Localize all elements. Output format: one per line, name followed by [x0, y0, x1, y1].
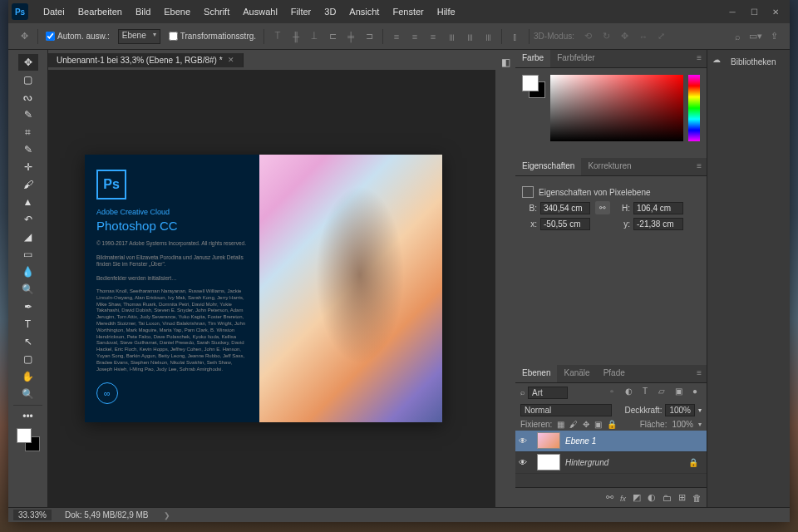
pen-tool[interactable]: ✒: [18, 298, 38, 315]
distribute-bottom-icon[interactable]: ≡: [425, 28, 441, 45]
lock-all-icon[interactable]: 🔒: [607, 420, 617, 429]
filter-toggle-icon[interactable]: ●: [688, 387, 702, 398]
blend-mode-dropdown[interactable]: Normal: [520, 404, 612, 416]
dodge-tool[interactable]: 🔍: [18, 281, 38, 298]
edit-toolbar[interactable]: •••: [18, 408, 38, 425]
width-input[interactable]: [540, 202, 590, 214]
distribute-top-icon[interactable]: ≡: [388, 28, 405, 45]
y-input[interactable]: [633, 218, 683, 230]
height-input[interactable]: [633, 202, 683, 214]
link-wh-icon[interactable]: ⚯: [595, 201, 610, 214]
hand-tool[interactable]: ✋: [18, 368, 38, 385]
canvas[interactable]: Ps Adobe Creative Cloud Photoshop CC © 1…: [48, 70, 495, 507]
filter-smart-icon[interactable]: ▣: [672, 387, 685, 398]
hue-slider[interactable]: [688, 75, 700, 141]
eyedropper-tool[interactable]: ✎: [18, 141, 38, 158]
menu-auswahl[interactable]: Auswahl: [236, 7, 284, 17]
lock-transparent-icon[interactable]: ▦: [557, 420, 564, 429]
link-layers-icon[interactable]: ⚯: [606, 492, 613, 503]
layers-panel-menu-icon[interactable]: ≡: [692, 365, 707, 382]
path-select-tool[interactable]: ↖: [18, 333, 38, 350]
transform-controls-checkbox[interactable]: Transformationsstrg.: [169, 32, 256, 41]
filter-type-icon[interactable]: T: [638, 387, 652, 398]
color-picker[interactable]: [550, 75, 683, 141]
zoom-tool[interactable]: 🔍: [18, 386, 38, 402]
workspace-icon[interactable]: ▭▾: [747, 28, 764, 45]
move-tool[interactable]: ✥: [18, 54, 38, 71]
group-icon[interactable]: 🗀: [663, 493, 672, 503]
color-swatch[interactable]: [17, 428, 40, 451]
new-layer-icon[interactable]: ⊞: [678, 492, 686, 503]
shape-tool[interactable]: ▢: [18, 351, 38, 367]
auto-select-checkbox[interactable]: Autom. ausw.:: [46, 32, 110, 41]
tab-ebenen[interactable]: Ebenen: [515, 365, 557, 382]
share-icon[interactable]: ⇪: [766, 28, 782, 45]
distribute-vcenter-icon[interactable]: ≡: [406, 28, 423, 45]
crop-tool[interactable]: ⌗: [18, 124, 38, 140]
lock-image-icon[interactable]: 🖌: [569, 420, 578, 429]
fill-value[interactable]: 100%: [672, 420, 693, 429]
menu-filter[interactable]: Filter: [284, 7, 318, 17]
menu-bearbeiten[interactable]: Bearbeiten: [71, 7, 129, 17]
quick-select-tool[interactable]: ✎: [18, 106, 38, 123]
layer-hintergrund[interactable]: 👁 Hintergrund 🔒: [515, 452, 707, 474]
type-tool[interactable]: T: [18, 316, 38, 332]
stamp-tool[interactable]: ▲: [18, 194, 38, 210]
minimize-button[interactable]: ─: [722, 3, 743, 20]
menu-ansicht[interactable]: Ansicht: [342, 7, 386, 17]
lock-position-icon[interactable]: ✥: [583, 420, 589, 429]
align-left-icon[interactable]: ⊏: [324, 28, 341, 45]
tab-farbe[interactable]: Farbe: [515, 50, 550, 67]
align-top-icon[interactable]: ⟙: [269, 28, 286, 45]
tab-farbfelder[interactable]: Farbfelder: [550, 50, 602, 67]
eraser-tool[interactable]: ◢: [18, 229, 38, 245]
filter-shape-icon[interactable]: ▱: [655, 387, 668, 398]
distribute-right-icon[interactable]: ⫼: [480, 28, 496, 45]
menu-datei[interactable]: Datei: [37, 7, 71, 17]
distribute-hcenter-icon[interactable]: ⫼: [461, 28, 478, 45]
blur-tool[interactable]: 💧: [18, 264, 38, 280]
auto-align-icon[interactable]: ⫿: [507, 28, 524, 45]
visibility-toggle-icon[interactable]: 👁: [519, 458, 532, 467]
menu-fenster[interactable]: Fenster: [386, 7, 430, 17]
close-tab-icon[interactable]: ✕: [228, 56, 234, 64]
lock-artboard-icon[interactable]: ▣: [594, 420, 602, 429]
spot-heal-tool[interactable]: ✛: [18, 159, 38, 175]
tab-korrekturen[interactable]: Korrekturen: [581, 158, 638, 175]
libraries-icon[interactable]: ☁: [712, 55, 726, 68]
libraries-label[interactable]: Bibliotheken: [731, 57, 776, 66]
history-brush-tool[interactable]: ↶: [18, 211, 38, 228]
menu-schrift[interactable]: Schrift: [197, 7, 236, 17]
auto-select-dropdown[interactable]: Ebene: [118, 29, 160, 44]
adjustment-icon[interactable]: ◐: [648, 492, 656, 503]
x-input[interactable]: [540, 218, 590, 230]
align-right-icon[interactable]: ⊐: [361, 28, 377, 45]
zoom-level[interactable]: 33.33%: [13, 510, 52, 520]
close-button[interactable]: ✕: [765, 3, 786, 20]
maximize-button[interactable]: ☐: [743, 3, 765, 20]
align-bottom-icon[interactable]: ⟘: [306, 28, 323, 45]
search-icon[interactable]: ⌕: [729, 28, 746, 45]
menu-bild[interactable]: Bild: [129, 7, 157, 17]
status-chevron-icon[interactable]: ❯: [164, 511, 170, 520]
properties-panel-menu-icon[interactable]: ≡: [692, 158, 707, 175]
document-tab[interactable]: Unbenannt-1 bei 33,3% (Ebene 1, RGB/8#) …: [48, 53, 244, 67]
marquee-tool[interactable]: ▢: [18, 71, 38, 88]
opacity-value[interactable]: 100%: [665, 404, 695, 416]
menu-hilfe[interactable]: Hilfe: [431, 7, 462, 17]
history-panel-icon[interactable]: ◧: [498, 55, 513, 70]
brush-tool[interactable]: 🖌: [18, 176, 38, 193]
color-panel-menu-icon[interactable]: ≡: [692, 50, 707, 67]
fx-icon[interactable]: fx: [620, 493, 626, 503]
delete-layer-icon[interactable]: 🗑: [692, 493, 702, 503]
lasso-tool[interactable]: ᔓ: [18, 89, 38, 106]
distribute-left-icon[interactable]: ⫼: [443, 28, 460, 45]
doc-size[interactable]: Dok: 5,49 MB/82,9 MB: [65, 510, 149, 520]
tab-eigenschaften[interactable]: Eigenschaften: [515, 158, 581, 175]
align-vcenter-icon[interactable]: ╫: [288, 28, 304, 45]
gradient-tool[interactable]: ▭: [18, 246, 38, 263]
tab-pfade[interactable]: Pfade: [597, 365, 632, 382]
menu-3d[interactable]: 3D: [318, 7, 342, 17]
filter-adjust-icon[interactable]: ◐: [622, 387, 635, 398]
filter-pixel-icon[interactable]: ▫: [605, 387, 618, 398]
